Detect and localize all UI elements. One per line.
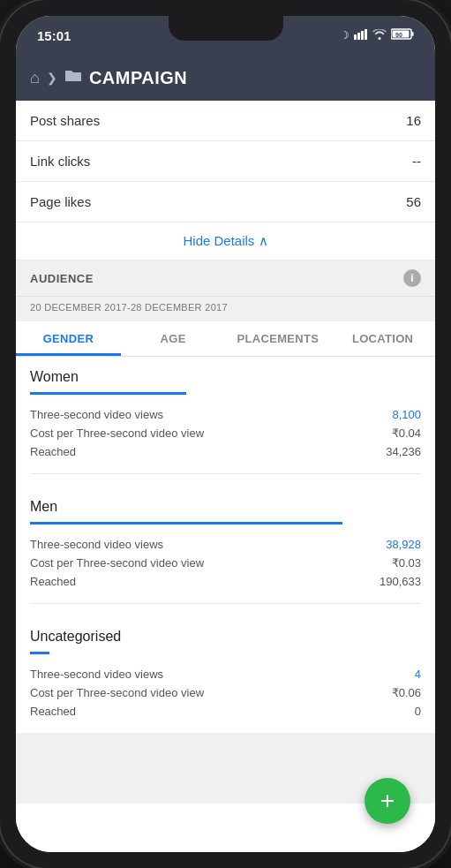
stat-row-uncat-cost: Cost per Three-second video view ₹0.06: [30, 683, 421, 702]
stat-value-uncat-cost: ₹0.06: [392, 686, 421, 699]
stat-row-men-reached: Reached 190,633: [30, 572, 421, 591]
metric-label-page-likes: Page likes: [30, 194, 91, 209]
gender-title-women: Women: [30, 369, 421, 385]
audience-data: Women Three-second video views 8,100 Cos…: [16, 357, 435, 852]
phone-frame: 15:01 ☽: [0, 0, 451, 868]
stat-label-uncat-reached: Reached: [30, 705, 76, 718]
svg-rect-3: [365, 29, 367, 40]
moon-icon: ☽: [340, 29, 350, 42]
audience-tabs: GENDER AGE PLACEMENTS LOCATION: [16, 321, 435, 357]
metric-value-link-clicks: --: [412, 154, 421, 169]
stat-row-uncat-video-views: Three-second video views 4: [30, 665, 421, 683]
battery-icon: 90: [391, 28, 414, 42]
gender-section-uncategorised: Uncategorised Three-second video views 4…: [16, 616, 435, 721]
stat-value-men-video-views: 38,928: [386, 538, 421, 551]
home-icon[interactable]: ⌂: [30, 69, 40, 87]
folder-icon: [64, 69, 82, 87]
info-icon[interactable]: i: [403, 269, 421, 287]
stat-value-men-cost: ₹0.03: [392, 556, 421, 570]
metric-label-link-clicks: Link clicks: [30, 154, 90, 169]
stat-value-women-video-views: 8,100: [392, 408, 421, 421]
hide-details-link[interactable]: Hide Details ∧: [183, 233, 267, 248]
audience-header: AUDIENCE i: [16, 260, 435, 297]
stat-label-men-video-views: Three-second video views: [30, 538, 163, 551]
page-title: CAMPAIGN: [89, 68, 187, 88]
breadcrumb-chevron: ❯: [47, 71, 57, 85]
svg-rect-1: [357, 33, 360, 40]
tab-placements[interactable]: PLACEMENTS: [226, 321, 331, 356]
stat-value-women-cost: ₹0.04: [392, 426, 421, 440]
stat-value-men-reached: 190,633: [380, 575, 421, 588]
status-time: 15:01: [37, 28, 71, 43]
stat-label-uncat-video-views: Three-second video views: [30, 668, 163, 681]
nav-bar: ⌂ ❯ CAMPAIGN: [16, 55, 435, 101]
metric-label-post-shares: Post shares: [30, 113, 100, 128]
stat-value-women-reached: 34,236: [386, 445, 421, 458]
stat-value-uncat-video-views: 4: [415, 668, 421, 681]
stat-label-men-cost: Cost per Three-second video view: [30, 556, 204, 570]
gender-section-men: Men Three-second video views 38,928 Cost…: [16, 487, 435, 591]
tab-age[interactable]: AGE: [121, 321, 226, 356]
stat-row-uncat-reached: Reached 0: [30, 702, 421, 721]
audience-label: AUDIENCE: [30, 272, 94, 285]
stat-value-uncat-reached: 0: [415, 705, 421, 718]
fab-plus-icon: +: [380, 787, 395, 815]
tab-gender[interactable]: GENDER: [16, 321, 121, 356]
wifi-icon: [372, 29, 387, 42]
fab-add-button[interactable]: +: [365, 778, 410, 824]
stat-row-women-reached: Reached 34,236: [30, 442, 421, 461]
date-range: 20 DECEMBER 2017-28 DECEMBER 2017: [16, 297, 435, 321]
gender-title-men: Men: [30, 499, 421, 515]
gender-title-uncategorised: Uncategorised: [30, 629, 421, 645]
stat-label-men-reached: Reached: [30, 575, 76, 588]
signal-icon: [354, 29, 368, 42]
metric-row-link-clicks: Link clicks --: [16, 141, 435, 182]
divider-women-men: [30, 473, 421, 474]
svg-rect-0: [354, 34, 357, 40]
stat-label-women-video-views: Three-second video views: [30, 408, 163, 421]
stat-label-women-cost: Cost per Three-second video view: [30, 426, 204, 440]
status-icons: ☽: [340, 28, 414, 42]
stat-label-uncat-cost: Cost per Three-second video view: [30, 686, 204, 699]
gender-bar-women: [30, 392, 186, 395]
metric-value-post-shares: 16: [406, 113, 421, 128]
svg-rect-2: [361, 31, 364, 40]
metric-value-page-likes: 56: [406, 194, 421, 209]
stat-row-men-video-views: Three-second video views 38,928: [30, 535, 421, 554]
metric-row-page-likes: Page likes 56: [16, 182, 435, 223]
stat-row-women-cost: Cost per Three-second video view ₹0.04: [30, 424, 421, 442]
divider-men-uncategorised: [30, 603, 421, 604]
phone-screen: 15:01 ☽: [16, 16, 435, 852]
stat-label-women-reached: Reached: [30, 445, 76, 458]
tab-location[interactable]: LOCATION: [330, 321, 435, 356]
svg-text:90: 90: [395, 32, 402, 38]
content-area: Post shares 16 Link clicks -- Page likes…: [16, 101, 435, 852]
svg-rect-5: [412, 32, 414, 36]
gender-bar-uncategorised: [30, 652, 49, 654]
stat-row-men-cost: Cost per Three-second video view ₹0.03: [30, 554, 421, 572]
hide-details-bar[interactable]: Hide Details ∧: [16, 223, 435, 260]
notch: [169, 16, 283, 41]
metric-row-post-shares: Post shares 16: [16, 101, 435, 141]
stat-row-women-video-views: Three-second video views 8,100: [30, 405, 421, 424]
gender-bar-men: [30, 522, 342, 525]
gender-section-women: Women Three-second video views 8,100 Cos…: [16, 357, 435, 461]
